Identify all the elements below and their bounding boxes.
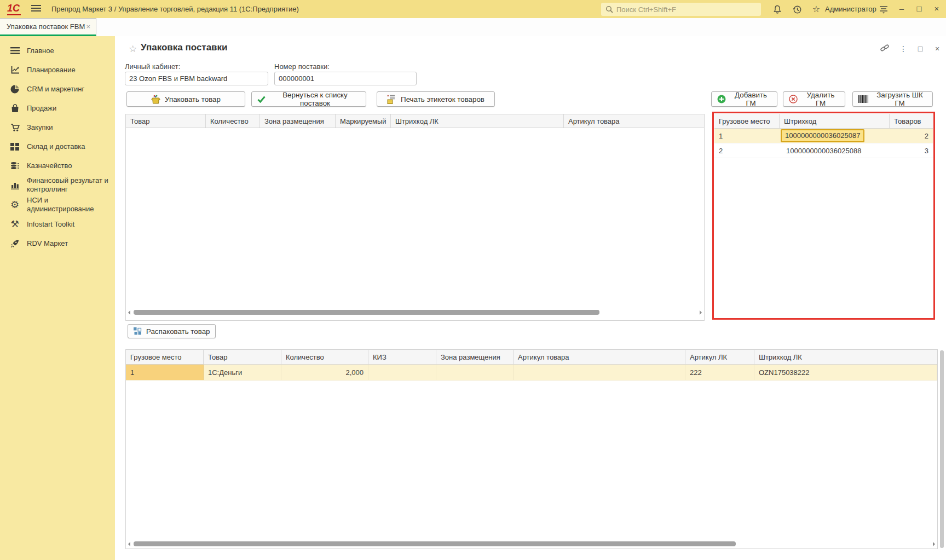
print-labels-button[interactable]: Печать этикеток товаров — [377, 91, 495, 107]
packed-table-hscrollbar[interactable] — [128, 540, 935, 547]
form-close-icon[interactable]: × — [932, 44, 943, 54]
barcode-cell-focused: 1000000000036025087 — [781, 129, 864, 142]
products-table-header: Товар Количество Зона размещения Маркиру… — [126, 114, 704, 128]
scroll-left-icon[interactable] — [128, 542, 130, 546]
return-to-list-button[interactable]: Вернуться к списку поставок — [251, 91, 366, 107]
delete-circle-icon — [789, 95, 798, 103]
sidebar-item-purchases[interactable]: Закупки — [0, 118, 115, 137]
history-icon[interactable] — [792, 4, 803, 15]
products-table-hscrollbar[interactable] — [128, 309, 702, 316]
sidebar-item-infostart-toolkit[interactable]: ⚒ Infostart Toolkit — [0, 215, 115, 234]
sidebar-item-warehouse[interactable]: Склад и доставка — [0, 137, 115, 156]
green-check-icon — [257, 96, 266, 103]
cargo-places-panel-highlighted: Грузовое место Штрихкод Товаров 1 100000… — [712, 112, 935, 320]
favorite-star-icon[interactable]: ☆ — [129, 43, 137, 55]
1c-logo: 1С — [7, 3, 21, 15]
planning-chart-icon — [10, 65, 20, 75]
window-title: Препрод Маркет 3 / Управление торговлей,… — [51, 5, 299, 13]
scroll-right-icon[interactable] — [700, 310, 702, 315]
sidebar-item-sales[interactable]: Продажи — [0, 99, 115, 118]
sidebar-item-finance-result[interactable]: Финансовый результат и контроллинг — [0, 175, 115, 195]
packed-table-header: Грузовое место Товар Количество КИЗ Зона… — [126, 350, 937, 365]
scroll-right-icon[interactable] — [933, 542, 935, 546]
tools-icon: ⚒ — [10, 220, 20, 229]
coins-icon — [10, 161, 20, 171]
tab-close-icon[interactable]: × — [85, 22, 91, 31]
delete-cargo-button[interactable]: Удалить ГМ — [783, 91, 845, 107]
rocket-icon — [10, 239, 20, 249]
window-maximize-button[interactable]: □ — [913, 3, 925, 14]
more-menu-icon[interactable]: ⋮ — [898, 44, 909, 54]
global-search[interactable] — [601, 3, 761, 16]
warehouse-grid-icon — [10, 142, 20, 152]
form-maximize-icon[interactable]: □ — [915, 44, 926, 54]
bar-chart-icon — [10, 180, 20, 190]
load-barcode-button[interactable]: Загрузить ШК ГМ — [852, 91, 933, 107]
cargo-row-2[interactable]: 2 1000000000036025088 3 — [714, 143, 933, 158]
products-to-pack-table[interactable]: Товар Количество Зона размещения Маркиру… — [125, 114, 705, 321]
tab-label: Упаковка поставок FBM — [7, 22, 85, 31]
barcode-icon — [858, 95, 868, 103]
application-window: 1С Препрод Маркет 3 / Управление торговл… — [0, 0, 946, 560]
personal-account-label: Личный кабинет: — [125, 62, 180, 71]
tab-packing-fbm[interactable]: Упаковка поставок FBM × — [0, 18, 96, 36]
package-icon — [151, 95, 160, 104]
packed-table-vscrollbar[interactable] — [940, 350, 944, 548]
delivery-number-field[interactable] — [274, 72, 417, 85]
sidebar-item-crm[interactable]: CRM и маркетинг — [0, 79, 115, 99]
gear-icon: ⚙ — [10, 200, 20, 210]
packed-row-1[interactable]: 1 1С:Деньги 2,000 222 OZN175038222 — [126, 365, 937, 380]
pie-chart-icon — [10, 84, 20, 94]
add-circle-icon — [717, 95, 726, 103]
notifications-bell-icon[interactable] — [772, 4, 783, 15]
window-minimize-button[interactable]: – — [896, 3, 908, 14]
tab-bar: Упаковка поставок FBM × — [0, 18, 946, 36]
sidebar-item-nsi-admin[interactable]: ⚙ НСИ и администрирование — [0, 195, 115, 215]
cargo-row-1[interactable]: 1 1000000000036025087 2 — [714, 129, 933, 143]
pack-item-button[interactable]: Упаковать товар — [126, 91, 245, 107]
window-titlebar: 1С Препрод Маркет 3 / Управление торговл… — [0, 0, 946, 18]
sidebar-item-rdv-market[interactable]: RDV Маркет — [0, 234, 115, 253]
main-menu-icon[interactable] — [31, 5, 41, 13]
packed-items-table[interactable]: Грузовое место Товар Количество КИЗ Зона… — [125, 349, 938, 549]
shopping-bag-icon — [10, 103, 20, 113]
unpack-item-button[interactable]: Распаковать товар — [128, 324, 216, 338]
get-link-icon[interactable] — [879, 44, 890, 54]
main-sections-sidebar: Главное Планирование CRM и маркетинг Про… — [0, 36, 115, 560]
sidebar-item-planning[interactable]: Планирование — [0, 60, 115, 79]
sidebar-item-treasury[interactable]: Казначейство — [0, 156, 115, 175]
page-title: Упаковка поставки — [141, 42, 228, 53]
print-labels-icon — [387, 95, 396, 104]
search-input[interactable] — [616, 5, 742, 14]
add-cargo-button[interactable]: Добавить ГМ — [711, 91, 777, 107]
service-menu-icon[interactable] — [878, 4, 889, 15]
form-packing-of-delivery: ☆ Упаковка поставки ⋮ □ × Личный кабинет… — [115, 36, 946, 560]
cargo-table-header: Грузовое место Штрихкод Товаров — [714, 114, 933, 129]
menu-lines-icon — [10, 46, 20, 56]
unpack-squares-icon — [134, 327, 142, 336]
current-user[interactable]: Администратор — [825, 5, 876, 13]
personal-account-field[interactable] — [125, 72, 268, 85]
window-close-button[interactable]: × — [931, 3, 943, 14]
scroll-left-icon[interactable] — [128, 310, 130, 315]
delivery-number-label: Номер поставки: — [274, 62, 330, 71]
favorites-star-icon[interactable]: ☆ — [811, 4, 822, 15]
sidebar-item-main[interactable]: Главное — [0, 41, 115, 60]
search-icon — [605, 5, 613, 13]
shopping-cart-icon — [10, 123, 20, 132]
